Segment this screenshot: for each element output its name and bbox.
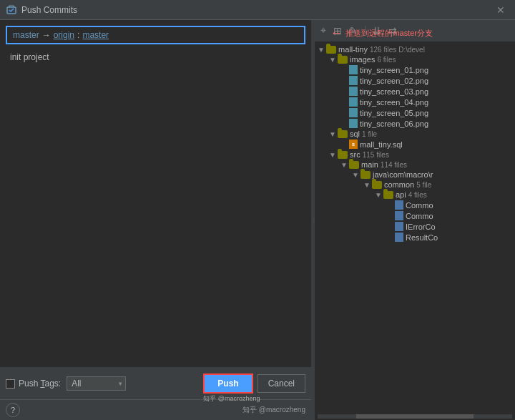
close-button[interactable]: ✕ bbox=[492, 3, 509, 17]
folder-icon bbox=[372, 181, 382, 189]
tree-item-main[interactable]: ▼ main 114 files bbox=[315, 160, 515, 170]
tree-label: tiny_screen_04.png bbox=[360, 98, 428, 107]
folder-icon bbox=[338, 56, 348, 64]
tree-label: images bbox=[350, 55, 375, 64]
java-file-icon bbox=[395, 211, 403, 220]
tree-item-java[interactable]: ▼ java\com\macro\r bbox=[315, 170, 515, 180]
tree-item-sql[interactable]: ▼ sql 1 file bbox=[315, 129, 515, 139]
tree-label: src bbox=[350, 150, 360, 159]
tree-item-png1[interactable]: ▶ tiny_screen_01.png bbox=[315, 64, 515, 75]
tree-item-png2[interactable]: ▶ tiny_screen_02.png bbox=[315, 75, 515, 86]
folder-icon bbox=[338, 151, 348, 159]
tree-item-ierrorco[interactable]: ▶ IErrorCo bbox=[315, 221, 515, 232]
expand-arrow-icon: ▼ bbox=[329, 151, 338, 159]
branch-bar: master → origin : master ← 推送到远程的master分… bbox=[6, 26, 305, 44]
title-bar: Push Commits ✕ bbox=[0, 0, 515, 20]
left-panel: master → origin : master ← 推送到远程的master分… bbox=[0, 20, 312, 420]
folder-icon bbox=[360, 171, 371, 179]
tree-item-png6[interactable]: ▶ tiny_screen_06.png bbox=[315, 118, 515, 129]
right-panel: ⌖ ⊞ ✎ ⇊ ⇉ ▼ mall-tiny 126 files D:\devel… bbox=[315, 20, 515, 420]
watermark-bottom: 知乎 @macrozheng bbox=[242, 405, 305, 415]
cancel-button[interactable]: Cancel bbox=[258, 374, 305, 393]
tree-label: api bbox=[396, 190, 406, 199]
folder-icon bbox=[349, 161, 359, 169]
tree-item-png3[interactable]: ▶ tiny_screen_03.png bbox=[315, 86, 515, 97]
bottom-right: Push 知乎 @macrozheng Cancel bbox=[203, 373, 305, 394]
remote-name[interactable]: origin bbox=[54, 30, 74, 40]
toolbar-separator bbox=[365, 26, 366, 36]
toolbar-expand-icon[interactable]: ⊞ bbox=[332, 24, 343, 38]
tree-count: 115 files bbox=[363, 151, 389, 159]
png-file-icon bbox=[349, 76, 358, 85]
branch-arrow-icon: → bbox=[42, 30, 51, 40]
horizontal-scrollbar[interactable] bbox=[318, 414, 512, 419]
tree-path: D:\devel bbox=[398, 46, 425, 54]
toolbar-filter-icon[interactable]: ⇉ bbox=[387, 24, 398, 38]
push-tags-label: Push Tags: bbox=[19, 379, 61, 389]
tree-item-commo2[interactable]: ▶ Commo bbox=[315, 210, 515, 221]
png-file-icon bbox=[349, 119, 358, 128]
expand-arrow-icon: ▼ bbox=[363, 181, 372, 189]
tree-item-api[interactable]: ▼ api 4 files bbox=[315, 190, 515, 200]
folder-icon bbox=[326, 46, 336, 54]
folder-icon bbox=[338, 130, 348, 138]
tree-count: 1 file bbox=[362, 130, 377, 138]
tree-label: common bbox=[384, 180, 414, 189]
tags-dropdown-wrapper[interactable]: All None Annotated bbox=[67, 376, 126, 391]
tags-dropdown[interactable]: All None Annotated bbox=[67, 376, 126, 391]
tree-label: mall_tiny.sql bbox=[360, 140, 403, 149]
sql-file-icon: s bbox=[349, 140, 358, 149]
tree-label: tiny_screen_03.png bbox=[360, 87, 428, 96]
tree-label: tiny_screen_05.png bbox=[360, 109, 428, 117]
push-button[interactable]: Push bbox=[203, 373, 252, 394]
tree-label: tiny_screen_02.png bbox=[360, 77, 428, 85]
expand-arrow-icon: ▼ bbox=[318, 46, 326, 54]
java-file-icon bbox=[395, 200, 403, 210]
tree-item-src[interactable]: ▼ src 115 files bbox=[315, 150, 515, 160]
tree-label: sql bbox=[350, 130, 360, 138]
tree-label: Commo bbox=[406, 212, 433, 220]
tree-item-commo1[interactable]: ▶ Commo bbox=[315, 200, 515, 210]
expand-arrow-icon: ▼ bbox=[352, 171, 360, 179]
tree-item-png5[interactable]: ▶ tiny_screen_05.png bbox=[315, 107, 515, 118]
png-file-icon bbox=[349, 108, 358, 117]
tree-item-common[interactable]: ▼ common 5 file bbox=[315, 180, 515, 190]
toolbar-locate-icon[interactable]: ⌖ bbox=[319, 23, 328, 38]
expand-arrow-icon: ▼ bbox=[340, 161, 349, 169]
target-branch[interactable]: master bbox=[82, 30, 109, 40]
tree-item-resultco[interactable]: ▶ ResultCo bbox=[315, 232, 515, 243]
scrollbar-thumb[interactable] bbox=[356, 414, 473, 419]
png-file-icon bbox=[349, 65, 358, 74]
commit-item[interactable]: init project bbox=[6, 50, 305, 64]
tree-label: Commo bbox=[406, 201, 433, 210]
tree-count: 4 files bbox=[408, 191, 427, 199]
app-icon bbox=[6, 4, 17, 16]
tree-count: 6 files bbox=[377, 56, 396, 64]
tree-label: IErrorCo bbox=[406, 223, 436, 231]
tree-item-png4[interactable]: ▶ tiny_screen_04.png bbox=[315, 97, 515, 107]
bottom-left: Push Tags: All None Annotated bbox=[6, 376, 126, 391]
tree-label: ResultCo bbox=[406, 233, 438, 242]
png-file-icon bbox=[349, 87, 358, 96]
tree-item-images[interactable]: ▼ images 6 files bbox=[315, 54, 515, 64]
toolbar-sort-icon[interactable]: ⇊ bbox=[371, 24, 383, 38]
tree-label: main bbox=[361, 160, 378, 169]
tree-count: 126 files bbox=[370, 46, 396, 54]
png-file-icon bbox=[349, 97, 358, 107]
push-tags-checkbox[interactable] bbox=[6, 379, 15, 389]
tree-label: tiny_screen_06.png bbox=[360, 119, 428, 128]
branch-colon: : bbox=[77, 30, 79, 40]
right-toolbar: ⌖ ⊞ ✎ ⇊ ⇉ bbox=[315, 20, 515, 41]
tree-item-sql-file[interactable]: ▶ s mall_tiny.sql bbox=[315, 139, 515, 150]
tree-item-mall-tiny[interactable]: ▼ mall-tiny 126 files D:\devel bbox=[315, 44, 515, 54]
expand-arrow-icon: ▼ bbox=[329, 56, 338, 64]
tree-label: java\com\macro\r bbox=[373, 170, 433, 179]
title-bar-left: Push Commits bbox=[6, 4, 77, 16]
toolbar-edit-icon[interactable]: ✎ bbox=[348, 24, 359, 38]
commit-list: init project bbox=[0, 44, 311, 367]
bottom-bar: Push Tags: All None Annotated Push bbox=[0, 367, 311, 399]
source-branch[interactable]: master bbox=[13, 30, 39, 40]
tree-label: tiny_screen_01.png bbox=[360, 66, 428, 74]
tree-count: 5 file bbox=[416, 181, 431, 189]
help-button[interactable]: ? bbox=[6, 403, 20, 417]
